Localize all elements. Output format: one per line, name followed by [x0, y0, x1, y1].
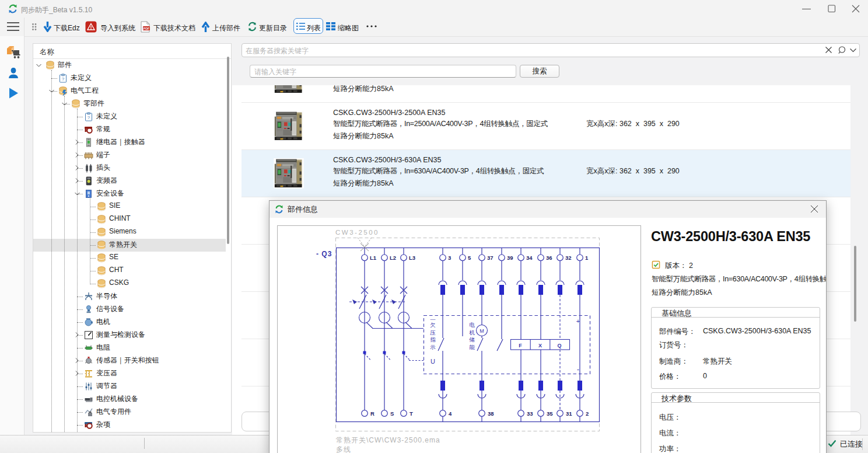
svg-text:PDF: PDF [144, 27, 150, 30]
svg-text:35: 35 [547, 410, 553, 417]
svg-text:欠: 欠 [430, 322, 436, 328]
svg-text:机: 机 [469, 329, 475, 336]
svg-text:- Q3: - Q3 [316, 250, 332, 258]
svg-text:32: 32 [565, 255, 572, 261]
svg-text:常熟开关\CW\CW3-2500.ema: 常熟开关\CW\CW3-2500.ema [336, 436, 440, 444]
svg-text:1: 1 [585, 255, 589, 261]
svg-text:F: F [519, 343, 522, 349]
svg-text:电: 电 [469, 322, 475, 328]
svg-text:M: M [480, 328, 484, 334]
svg-text:3: 3 [448, 255, 451, 261]
svg-text:多线: 多线 [336, 445, 351, 453]
svg-text:S: S [390, 410, 394, 417]
svg-text:压: 压 [430, 329, 436, 336]
svg-text:U: U [430, 358, 435, 365]
svg-text:CW3-2500: CW3-2500 [335, 229, 379, 236]
svg-text:L3: L3 [409, 255, 415, 261]
svg-text:L1: L1 [370, 255, 377, 261]
svg-text:L2: L2 [390, 255, 396, 261]
svg-text:X: X [538, 343, 542, 349]
svg-text:—: — [430, 316, 436, 322]
svg-text:39: 39 [507, 255, 513, 261]
svg-text:34: 34 [526, 255, 533, 261]
svg-text:4: 4 [449, 410, 452, 417]
svg-text:指: 指 [430, 336, 436, 343]
svg-text:37: 37 [487, 255, 494, 261]
svg-text:示: 示 [430, 344, 436, 350]
svg-text:R: R [370, 410, 374, 417]
svg-text:36: 36 [546, 255, 552, 261]
svg-text:储: 储 [468, 336, 475, 343]
svg-text:2: 2 [586, 410, 589, 417]
svg-text:T: T [410, 410, 413, 417]
svg-text:5: 5 [468, 255, 471, 261]
svg-text:33: 33 [527, 410, 533, 417]
svg-text:+: + [576, 318, 580, 325]
svg-text:38: 38 [488, 410, 494, 417]
svg-text:31: 31 [566, 410, 572, 417]
svg-text:能: 能 [469, 344, 475, 350]
svg-text:Q: Q [557, 343, 561, 349]
svg-text:-: - [577, 365, 579, 374]
